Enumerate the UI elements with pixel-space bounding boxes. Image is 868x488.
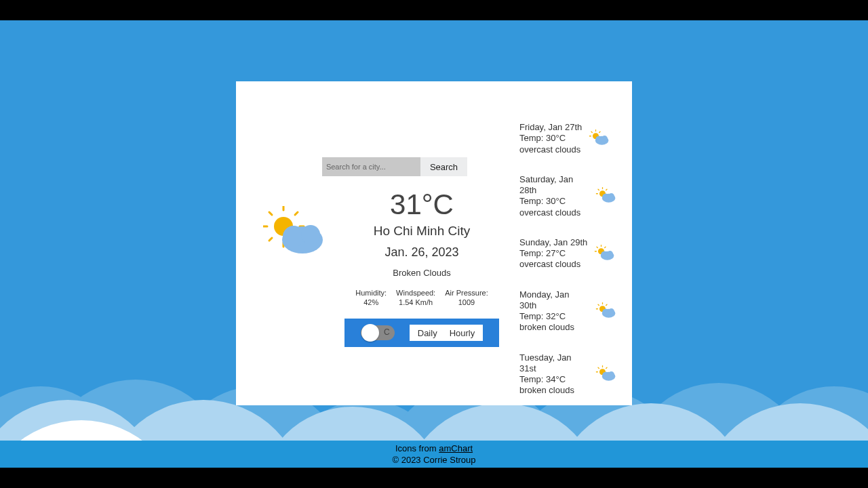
forecast-day: Sunday, Jan 29th <box>519 237 587 248</box>
svg-point-48 <box>608 193 614 199</box>
svg-line-52 <box>597 247 597 247</box>
partly-cloudy-icon <box>594 245 617 262</box>
humidity-stat: Humidity: 42% <box>355 289 387 306</box>
footer: Icons from amChart © 2023 Corrie Stroup <box>0 441 868 468</box>
windspeed-stat: Windspeed: 1.54 Km/h <box>396 289 435 306</box>
forecast-item: Tuesday, Jan 31stTemp: 34°Cbroken clouds <box>519 352 618 396</box>
svg-point-71 <box>602 371 609 378</box>
search-button[interactable]: Search <box>420 157 467 176</box>
forecast-temp: Temp: 27°C <box>519 248 587 259</box>
svg-point-31 <box>283 226 304 247</box>
svg-line-68 <box>598 367 599 368</box>
daily-tab[interactable]: Daily <box>418 328 437 338</box>
partly-cloudy-icon <box>595 302 618 320</box>
svg-point-63 <box>602 308 609 315</box>
svg-line-61 <box>606 304 607 305</box>
pressure-stat: Air Pressure: 1009 <box>445 289 488 306</box>
partly-cloudy-icon <box>595 187 618 205</box>
forecast-day: Friday, Jan 27th <box>519 122 582 133</box>
partly-cloudy-icon <box>589 129 612 147</box>
forecast-item: Sunday, Jan 29thTemp: 27°Covercast cloud… <box>519 237 618 270</box>
svg-line-69 <box>606 367 607 368</box>
controls-bar: C Daily Hourly <box>344 319 499 347</box>
forecast-condition: overcast clouds <box>519 259 587 270</box>
forecast-item: Saturday, Jan 28thTemp: 30°Covercast clo… <box>519 174 618 218</box>
svg-line-53 <box>605 247 606 247</box>
current-temp: 31°C <box>344 188 499 221</box>
svg-point-40 <box>601 136 608 142</box>
forecast-condition: broken clouds <box>519 385 589 396</box>
hourly-tab[interactable]: Hourly <box>450 328 475 338</box>
forecast-temp: Temp: 30°C <box>519 196 589 207</box>
svg-point-32 <box>301 225 320 244</box>
forecast-condition: broken clouds <box>519 322 589 333</box>
forecast-temp: Temp: 34°C <box>519 374 589 385</box>
forecast-day: Tuesday, Jan 31st <box>519 352 589 375</box>
svg-line-29 <box>269 238 272 241</box>
svg-line-28 <box>295 212 298 215</box>
partly-cloudy-icon <box>595 365 618 383</box>
forecast-item: Friday, Jan 27thTemp: 30°Covercast cloud… <box>519 122 618 155</box>
svg-point-39 <box>595 136 602 143</box>
svg-line-45 <box>606 190 607 190</box>
current-condition: Broken Clouds <box>344 268 499 278</box>
svg-line-36 <box>591 132 592 133</box>
weather-card: Search <box>236 81 632 405</box>
svg-point-55 <box>601 251 608 258</box>
partly-cloudy-icon <box>263 206 331 260</box>
current-date: Jan. 26, 2023 <box>344 245 499 260</box>
forecast-day: Saturday, Jan 28th <box>519 174 589 197</box>
svg-line-44 <box>598 190 599 190</box>
current-city: Ho Chi Minh City <box>344 224 499 239</box>
amchart-link[interactable]: amChart <box>439 443 473 453</box>
svg-line-27 <box>269 212 272 215</box>
svg-line-37 <box>599 132 600 133</box>
svg-point-64 <box>608 308 614 314</box>
search-input[interactable] <box>322 157 420 176</box>
forecast-temp: Temp: 32°C <box>519 311 589 322</box>
forecast-condition: overcast clouds <box>519 207 589 218</box>
copyright: © 2023 Corrie Stroup <box>0 455 868 466</box>
search-row: Search <box>270 157 519 176</box>
svg-point-47 <box>602 194 609 201</box>
forecast-temp: Temp: 30°C <box>519 133 582 144</box>
forecast-list: Friday, Jan 27thTemp: 30°Covercast cloud… <box>519 81 632 405</box>
forecast-day: Monday, Jan 30th <box>519 289 589 312</box>
unit-toggle[interactable]: C <box>361 325 395 340</box>
forecast-condition: overcast clouds <box>519 144 582 155</box>
forecast-item: Monday, Jan 30thTemp: 32°Cbroken clouds <box>519 289 618 333</box>
svg-point-72 <box>608 371 614 378</box>
svg-line-60 <box>598 304 599 305</box>
svg-point-56 <box>607 251 613 257</box>
